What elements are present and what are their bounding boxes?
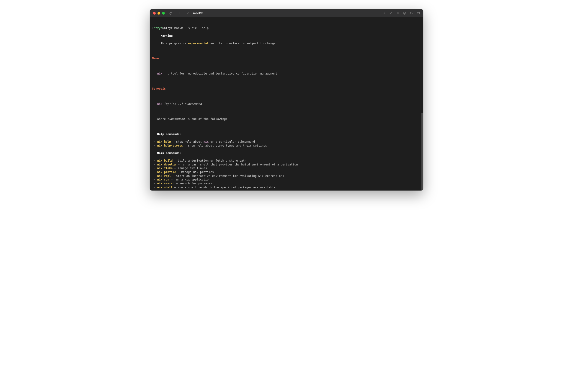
warning-title-line: | Warning	[152, 34, 421, 38]
command-name: nix help-stores	[157, 144, 183, 147]
window-title: macOS	[193, 11, 203, 15]
prompt-host: ntzyz-macvm	[164, 26, 183, 30]
svg-point-7	[403, 12, 406, 14]
app-window: macOS ✦ ⎴ [ntzyz@ntzyz-macvm ~ % nix --h…	[150, 9, 423, 191]
group-heading: Help commands:	[152, 132, 421, 136]
command-name: nix develop	[157, 163, 176, 166]
minimize-icon[interactable]	[158, 12, 160, 15]
command-line: · nix run — run a Nix application	[152, 178, 421, 182]
back-icon[interactable]	[186, 11, 190, 15]
command-name: nix shell	[157, 185, 173, 189]
storage-icon[interactable]	[396, 11, 400, 15]
command-line: · nix build — build a derivation or fetc…	[152, 159, 421, 163]
command-name: nix flake	[157, 166, 173, 170]
scrollbar[interactable]	[421, 113, 423, 190]
command-name: nix profile	[157, 170, 176, 174]
command-line: · nix flake — manage Nix flakes	[152, 166, 421, 170]
svg-rect-2	[179, 12, 179, 14]
svg-point-8	[404, 13, 405, 13]
windows-icon[interactable]	[416, 11, 420, 15]
svg-rect-3	[179, 12, 180, 14]
section-name-heading: Name	[152, 56, 159, 60]
disc-icon[interactable]	[403, 11, 406, 15]
pause-icon[interactable]	[178, 11, 181, 15]
command-name: nix build	[157, 159, 173, 162]
titlebar-right: ✦	[382, 11, 420, 15]
close-icon[interactable]	[153, 12, 156, 15]
svg-line-5	[390, 14, 391, 14]
terminal-output[interactable]: ⎴ [ntzyz@ntzyz-macvm ~ % nix --help | Wa…	[150, 17, 423, 191]
svg-line-4	[391, 12, 392, 13]
name-desc: — a tool for reproducible and declarativ…	[162, 72, 277, 75]
command-name: nix run	[157, 178, 169, 181]
titlebar: macOS ✦	[150, 9, 423, 17]
command-line: · nix repl — start an interactive enviro…	[152, 174, 421, 178]
command-line: · nix shell — run a shell in which the s…	[152, 185, 421, 189]
command-line: · nix help — show help about nix or a pa…	[152, 140, 421, 144]
command-line: · nix develop — run a bash shell that pr…	[152, 163, 421, 167]
command-line: · nix search — search for packages	[152, 182, 421, 185]
command-name: nix repl	[157, 174, 171, 178]
command-line: · nix help-stores — show help about stor…	[152, 144, 421, 148]
zoom-icon[interactable]	[162, 12, 165, 15]
prompt-line: [ntzyz@ntzyz-macvm ~ % nix --help	[152, 26, 421, 30]
svg-rect-6	[397, 12, 398, 14]
command-name: nix help	[157, 140, 171, 143]
folder-icon[interactable]	[410, 11, 413, 15]
command-name: nix search	[157, 182, 174, 185]
svg-rect-9	[417, 13, 419, 14]
section-synopsis-heading: Synopsis	[152, 87, 166, 90]
sparkle-icon[interactable]: ✦	[382, 11, 386, 15]
prompt-user: ntzyz	[154, 26, 162, 30]
power-icon[interactable]	[169, 11, 173, 15]
traffic-lights	[153, 12, 165, 15]
name-cmd: nix	[157, 72, 162, 75]
command-line: · nix profile — manage Nix profiles	[152, 170, 421, 174]
group-heading: Main commands:	[152, 151, 421, 155]
warning-body-line: | This program is experimental and its i…	[152, 41, 421, 45]
resize-icon[interactable]	[389, 11, 393, 15]
scroll-indicator-icon: ⎴	[421, 19, 423, 22]
prompt-command: nix --help	[192, 26, 209, 30]
